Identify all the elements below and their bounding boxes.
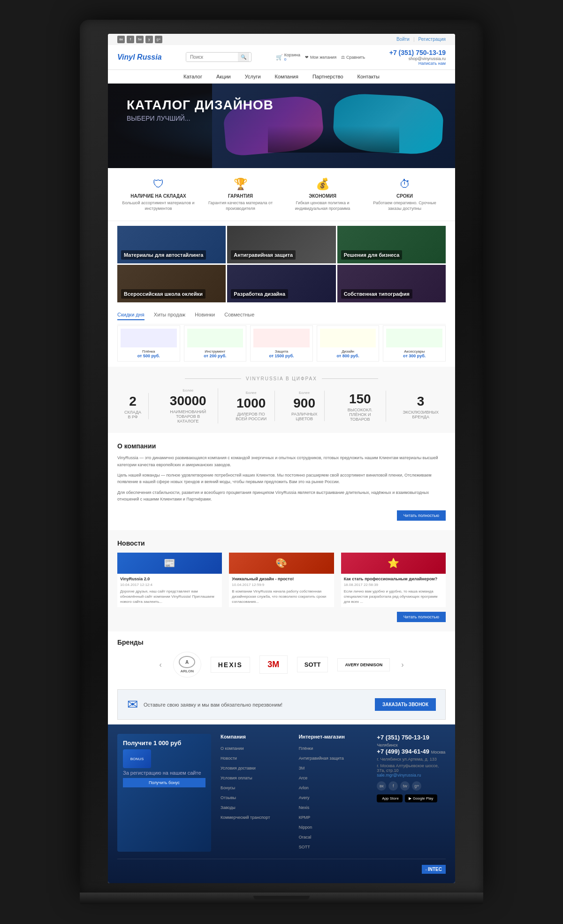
- social-yt-icon[interactable]: у: [145, 36, 153, 43]
- stat-colors-label: Различных цветов: [291, 412, 317, 421]
- compare-item[interactable]: ⚖ Сравнить: [341, 55, 365, 60]
- footer-social-vk[interactable]: вк: [377, 781, 386, 791]
- brands-next-button[interactable]: ›: [399, 659, 405, 671]
- stat-colors: Более 900 Различных цветов: [284, 391, 325, 421]
- intec-logo: ▪ INTEC: [422, 865, 446, 874]
- nav-services[interactable]: Услуги: [245, 74, 261, 79]
- footer-city2: Москва: [431, 750, 446, 755]
- product-card-3[interactable]: Защитаот 1500 руб.: [250, 325, 313, 362]
- brand-avery[interactable]: AVERY DENNISON: [337, 658, 390, 671]
- service-antigravity-label: Антигравийная защита: [231, 250, 296, 260]
- social-fb-icon[interactable]: f: [127, 36, 134, 43]
- nav-catalog[interactable]: Каталог: [183, 74, 202, 79]
- site-logo[interactable]: Vinyl Russia: [117, 52, 162, 62]
- search-button[interactable]: 🔍: [238, 53, 249, 62]
- bonus-button[interactable]: Получить бонус: [123, 778, 205, 787]
- service-business[interactable]: Решения для бизнеса: [337, 226, 446, 263]
- login-link[interactable]: Войти: [396, 37, 410, 42]
- footer-films-link[interactable]: Плёнки: [299, 746, 313, 751]
- tab-deals[interactable]: Скидки дня: [117, 312, 145, 320]
- hero-content: КАТАЛОГ ДИЗАЙНОВ ВЫБЕРИ ЛУЧШИЙ...: [127, 98, 436, 122]
- register-link[interactable]: Регистрация: [418, 37, 446, 42]
- footer-company-title: Компания: [221, 734, 289, 739]
- footer-payment-link[interactable]: Условия оплаты: [221, 776, 252, 780]
- search-input[interactable]: [186, 53, 238, 62]
- app-store-badge[interactable]: App Store: [377, 794, 403, 802]
- nav-company[interactable]: Компания: [275, 74, 298, 79]
- footer-arlon-link[interactable]: Arlon: [299, 785, 309, 790]
- news-title-3: Как стать профессиональным дилайнером?: [344, 577, 443, 581]
- footer-bonuses-link[interactable]: Бонусы: [221, 785, 235, 790]
- about-read-more-button[interactable]: Читать полностью: [397, 510, 446, 521]
- footer-commercial-link[interactable]: Коммерческий транспорт: [221, 815, 270, 820]
- cart-item[interactable]: 🛒 Корзина 0: [276, 53, 300, 62]
- footer-social-tw[interactable]: tw: [400, 781, 410, 791]
- header-phone: +7 (351) 750-13-19: [389, 49, 446, 56]
- shield-check-icon: 🛡: [122, 177, 195, 191]
- footer-sott-link[interactable]: SOTT: [299, 845, 310, 849]
- brand-arlon[interactable]: A ARLON: [173, 652, 201, 678]
- services-grid: Материалы для автостайлинга Антигравийна…: [117, 226, 446, 302]
- footer-social-icons: вк f tw g+: [377, 781, 446, 791]
- hero-subtitle: ВЫБЕРИ ЛУЧШИЙ...: [127, 115, 436, 122]
- service-antigravity[interactable]: Антигравийная защита: [227, 226, 335, 263]
- news-item-3: ⭐ Как стать профессиональным дилайнером?…: [341, 553, 446, 608]
- footer-email[interactable]: sale.mgr@vinyrussia.ru: [377, 773, 446, 778]
- brand-sott[interactable]: SOTT: [297, 657, 328, 672]
- footer-krmp-link[interactable]: КРМР: [299, 815, 311, 820]
- service-design[interactable]: Разработка дизайна: [227, 265, 335, 302]
- footer-social-gp[interactable]: g+: [412, 781, 421, 791]
- cta-text: Оставьте свою заявку и мы вам обязательн…: [144, 702, 375, 708]
- service-autostyling-label: Материалы для автостайлинга: [121, 250, 206, 260]
- product-card-2[interactable]: Инструментот 200 руб.: [184, 325, 247, 362]
- footer-oracal-link[interactable]: Oracal: [299, 835, 312, 839]
- cta-call-button[interactable]: ЗАКАЗАТЬ ЗВОНОК: [375, 698, 436, 711]
- bonus-title: Получите 1 000 руб: [123, 739, 205, 747]
- product-card-1[interactable]: Плёнкаот 500 руб.: [117, 325, 180, 362]
- service-school[interactable]: Всероссийская школа оклейки: [117, 265, 226, 302]
- footer-reviews-link[interactable]: Отзывы: [221, 795, 236, 800]
- stat-products-prefix: Более: [165, 388, 211, 393]
- footer-delivery-link[interactable]: Условия доставки: [221, 766, 256, 770]
- stats-row: 2 Склада в РФ Более 30000 Наименований т…: [117, 388, 446, 424]
- footer-nippon-link[interactable]: Nippon: [299, 825, 312, 830]
- social-gp-icon[interactable]: g+: [155, 36, 162, 43]
- tab-new[interactable]: Новинки: [195, 312, 215, 320]
- footer-arce-link[interactable]: Arce: [299, 776, 308, 780]
- news-read-more-button[interactable]: Читать полностью: [397, 612, 446, 622]
- footer-social-fb[interactable]: f: [388, 781, 398, 791]
- stat-films-label: Высококл. плёнок и товаров: [341, 408, 379, 422]
- footer-nexis-link[interactable]: Nexis: [299, 805, 310, 810]
- tab-joint[interactable]: Совместные: [224, 312, 254, 320]
- nav-contacts[interactable]: Контакты: [358, 74, 380, 79]
- google-play-label: Google Play: [413, 796, 434, 801]
- brand-3m[interactable]: 3M: [259, 655, 288, 674]
- product-card-5[interactable]: Аксессуарыот 300 руб.: [383, 325, 446, 362]
- news-excerpt-3: Если лично вам удобно и удобно, то наша …: [344, 589, 443, 605]
- hero-cars-area: [212, 84, 455, 168]
- footer-antigravity-link[interactable]: Антигравийная защита: [299, 756, 344, 761]
- social-vk-icon[interactable]: вк: [117, 36, 125, 43]
- nav-partnership[interactable]: Партнерство: [312, 74, 343, 79]
- google-play-badge[interactable]: ▶ Google Play: [405, 794, 437, 802]
- tab-bestsellers[interactable]: Хиты продаж: [154, 312, 185, 320]
- header-email2[interactable]: Написать нам: [389, 61, 446, 66]
- footer-3m-link[interactable]: 3М: [299, 766, 305, 770]
- nav-promo[interactable]: Акции: [216, 74, 231, 79]
- product-tabs-section: Скидки дня Хиты продаж Новинки Совместны…: [108, 307, 455, 367]
- service-autostyling[interactable]: Материалы для автостайлинга: [117, 226, 226, 263]
- footer-factories-link[interactable]: Заводы: [221, 805, 236, 810]
- brand-hexis[interactable]: HEXIS: [211, 657, 250, 673]
- brands-prev-button[interactable]: ‹: [157, 659, 163, 671]
- footer-city1: Челябинск: [377, 743, 397, 747]
- footer-about-link[interactable]: О компании: [221, 746, 244, 751]
- news-thumb-3: ⭐: [341, 553, 446, 574]
- footer-news-link[interactable]: Новости: [221, 756, 237, 761]
- service-typography[interactable]: Собственная типография: [337, 265, 446, 302]
- hero-title: КАТАЛОГ ДИЗАЙНОВ: [127, 98, 436, 113]
- footer-avery-link[interactable]: Avery: [299, 795, 310, 800]
- product-card-4[interactable]: Дизайнот 800 руб.: [317, 325, 380, 362]
- wishlist-item[interactable]: ❤ Мои желания: [305, 55, 336, 60]
- about-title: О компании: [117, 442, 446, 450]
- social-tw-icon[interactable]: tw: [136, 36, 144, 43]
